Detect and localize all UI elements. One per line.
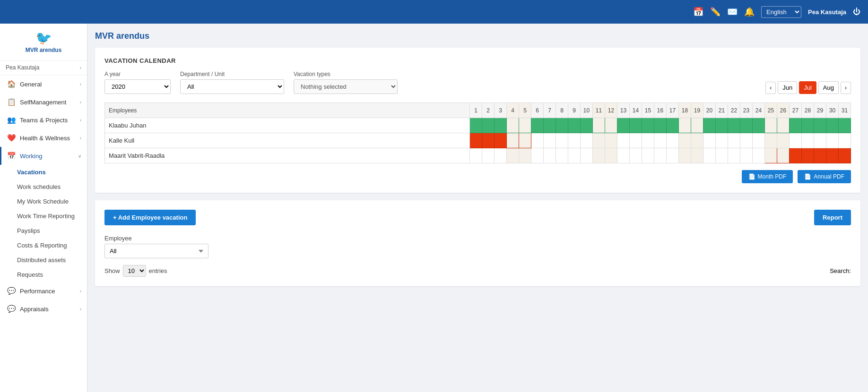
- calendar-cell: [679, 133, 691, 148]
- calendar-cell: [495, 133, 507, 148]
- sidebar-logo: 🐦 MVR arendus: [0, 24, 87, 60]
- sidebar-subnav-workschedules[interactable]: Work schedules: [0, 179, 87, 194]
- calendar-cell: [826, 118, 839, 133]
- calendar-cell: [716, 133, 728, 148]
- calendar-cell: [691, 133, 703, 148]
- calendar-cell: [740, 118, 753, 133]
- sidebar-item-label: SelfManagement: [20, 99, 66, 106]
- sidebar-subnav-requests[interactable]: Requests: [0, 267, 87, 282]
- calendar-cell: [507, 118, 519, 133]
- calendar-cell: [667, 148, 679, 163]
- calendar-filter-row: A year 2020 2019 2021 Department / Unit …: [104, 71, 851, 94]
- mail-icon[interactable]: ✉️: [727, 7, 738, 17]
- sidebar-subnav-costsreporting[interactable]: Costs & Reporting: [0, 238, 87, 253]
- calendar-cell: [519, 133, 531, 148]
- sidebar-item-teams[interactable]: 👥 Teams & Projects ›: [0, 111, 87, 129]
- topbar-username: Pea Kasutaja: [808, 9, 846, 16]
- calendar-cell: [814, 118, 826, 133]
- annual-pdf-button[interactable]: 📄 Annual PDF: [798, 170, 851, 183]
- dept-label: Department / Unit: [180, 71, 284, 77]
- calendar-cell: [519, 148, 531, 163]
- employee-filter-label: Employee: [104, 235, 208, 242]
- employee-filter-select[interactable]: All: [104, 244, 208, 258]
- calendar-cell: [790, 118, 802, 133]
- working-icon: 📅: [7, 152, 16, 160]
- main-content: MVR arendus VACATION CALENDAR A year 202…: [87, 24, 868, 392]
- vacation-types-select[interactable]: Nothing selected: [294, 79, 398, 94]
- sidebar-item-working[interactable]: 📅 Working ∨: [0, 147, 87, 165]
- calendar-cell: [728, 118, 740, 133]
- sidebar: 🐦 MVR arendus Pea Kasutaja › 🏠 General ›…: [0, 24, 87, 392]
- sidebar-user[interactable]: Pea Kasutaja ›: [0, 60, 87, 75]
- sidebar-username: Pea Kasutaja: [6, 64, 39, 71]
- jul-month-button[interactable]: Jul: [799, 81, 816, 94]
- jun-month-button[interactable]: Jun: [778, 81, 797, 94]
- health-chevron-icon: ›: [80, 136, 81, 141]
- language-select[interactable]: EnglishEnglishEstonian: [761, 6, 801, 18]
- sidebar-subnav-distributedassets[interactable]: Distributed assets: [0, 253, 87, 267]
- pdf-icon-month: 📄: [748, 173, 755, 180]
- teams-icon: 👥: [7, 116, 16, 124]
- selfmgmt-chevron-icon: ›: [80, 100, 81, 105]
- calendar-cell: [740, 133, 753, 148]
- sidebar-subnav-payslips[interactable]: Payslips: [0, 223, 87, 238]
- calendar-cell: [703, 133, 716, 148]
- bell-icon[interactable]: 🔔: [744, 7, 755, 17]
- calendar-icon[interactable]: 📅: [693, 7, 703, 17]
- calendar-cell: [703, 118, 716, 133]
- calendar-section-title: VACATION CALENDAR: [104, 57, 851, 64]
- month-nav: ‹ Jun Jul Aug ›: [765, 81, 851, 94]
- performance-icon: 💬: [7, 287, 16, 295]
- sidebar-item-general[interactable]: 🏠 General ›: [0, 75, 87, 93]
- dept-filter-group: Department / Unit All IT HR: [180, 71, 284, 94]
- selfmgmt-icon: 📋: [7, 98, 16, 106]
- calendar-cell: [507, 148, 519, 163]
- calendar-cell: [839, 133, 851, 148]
- year-select[interactable]: 2020 2019 2021: [104, 79, 171, 94]
- calendar-cell: [482, 133, 495, 148]
- calendar-cell: [531, 118, 544, 133]
- sidebar-item-appraisals[interactable]: 💬 Appraisals ›: [0, 300, 87, 318]
- calendar-cell: [679, 148, 691, 163]
- add-employee-vacation-button[interactable]: + Add Employee vacation: [104, 210, 196, 225]
- prev-month-button[interactable]: ‹: [765, 82, 776, 94]
- calendar-cell: [826, 133, 839, 148]
- pdf-icon-annual: 📄: [804, 173, 811, 180]
- sidebar-subnav-myworkschedule[interactable]: My Work Schedule: [0, 194, 87, 209]
- calendar-cell: [839, 148, 851, 163]
- working-subnav: Vacations Work schedules My Work Schedul…: [0, 165, 87, 282]
- calendar-cell: [605, 133, 617, 148]
- sidebar-subnav-worktimereporting[interactable]: Work Time Reporting: [0, 209, 87, 223]
- sidebar-item-health[interactable]: ❤️ Health & Wellness ›: [0, 129, 87, 147]
- calendar-cell: [642, 118, 654, 133]
- power-icon[interactable]: ⏻: [853, 8, 860, 16]
- aug-month-button[interactable]: Aug: [818, 81, 839, 94]
- calendar-cell: [617, 148, 630, 163]
- calendar-cell: [753, 133, 765, 148]
- calendar-cell: [802, 148, 814, 163]
- calendar-cell: [691, 148, 703, 163]
- edit-icon[interactable]: ✏️: [710, 7, 720, 17]
- home-icon: 🏠: [7, 80, 16, 88]
- calendar-cell: [777, 118, 790, 133]
- entries-select[interactable]: 10 25 50: [123, 265, 146, 277]
- employee-name: Kalle Kull: [105, 133, 470, 148]
- month-pdf-button[interactable]: 📄 Month PDF: [742, 170, 793, 183]
- year-filter-group: A year 2020 2019 2021: [104, 71, 171, 94]
- appraisals-icon: 💬: [7, 305, 16, 313]
- calendar-cell: [470, 118, 482, 133]
- general-chevron-icon: ›: [80, 82, 81, 87]
- calendar-cell: [630, 148, 642, 163]
- calendar-cell: [790, 133, 802, 148]
- sidebar-item-performance[interactable]: 💬 Performance ›: [0, 282, 87, 300]
- report-button[interactable]: Report: [814, 210, 851, 225]
- next-month-button[interactable]: ›: [841, 82, 851, 94]
- logo-icon: 🐦: [35, 30, 52, 46]
- sidebar-subnav-vacations[interactable]: Vacations: [0, 165, 87, 179]
- performance-chevron-icon: ›: [80, 289, 81, 294]
- calendar-cell: [765, 148, 777, 163]
- dept-select[interactable]: All IT HR: [180, 79, 284, 94]
- sidebar-item-selfmanagement[interactable]: 📋 SelfManagement ›: [0, 93, 87, 111]
- vacation-calendar-card: VACATION CALENDAR A year 2020 2019 2021 …: [95, 48, 860, 193]
- calendar-cell: [802, 118, 814, 133]
